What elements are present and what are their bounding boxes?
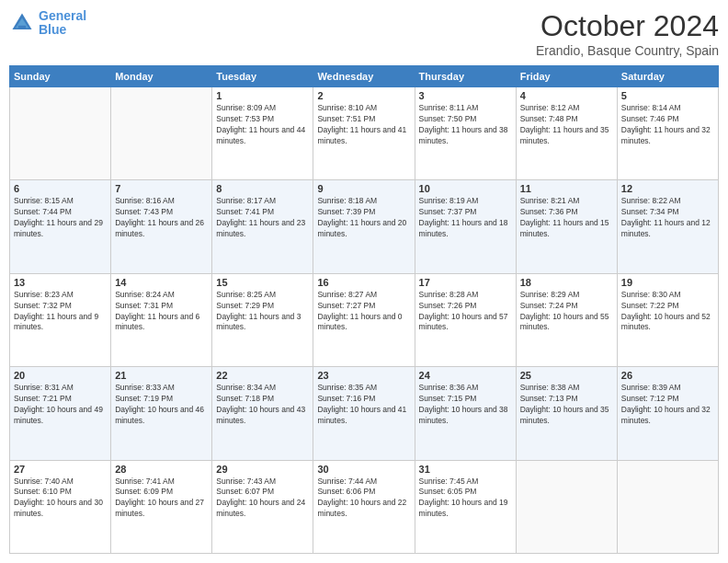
day-number: 13 [14, 277, 107, 288]
day-number: 31 [419, 464, 512, 475]
calendar-cell: 21Sunrise: 8:33 AMSunset: 7:19 PMDayligh… [111, 367, 212, 460]
day-info: Sunrise: 8:19 AMSunset: 7:37 PMDaylight:… [419, 196, 512, 240]
calendar-cell: 22Sunrise: 8:34 AMSunset: 7:18 PMDayligh… [212, 367, 313, 460]
day-number: 14 [115, 277, 208, 288]
day-info: Sunrise: 8:12 AMSunset: 7:48 PMDaylight:… [520, 103, 613, 147]
calendar-cell: 5Sunrise: 8:14 AMSunset: 7:46 PMDaylight… [617, 87, 718, 180]
day-number: 7 [115, 183, 208, 194]
location-title: Erandio, Basque Country, Spain [536, 43, 719, 58]
day-number: 8 [216, 183, 309, 194]
weekday-header-friday: Friday [516, 66, 617, 87]
calendar-cell: 24Sunrise: 8:36 AMSunset: 7:15 PMDayligh… [415, 367, 516, 460]
calendar-cell: 18Sunrise: 8:29 AMSunset: 7:24 PMDayligh… [516, 273, 617, 366]
day-number: 22 [216, 370, 309, 381]
day-number: 17 [419, 277, 512, 288]
calendar-cell: 8Sunrise: 8:17 AMSunset: 7:41 PMDaylight… [212, 180, 313, 273]
page: General Blue October 2024 Erandio, Basqu… [0, 0, 728, 563]
day-number: 11 [520, 183, 613, 194]
day-number: 12 [621, 183, 714, 194]
header: General Blue October 2024 Erandio, Basqu… [9, 9, 719, 58]
day-number: 3 [419, 90, 512, 101]
day-number: 9 [317, 183, 410, 194]
weekday-header-sunday: Sunday [10, 66, 111, 87]
day-number: 24 [419, 370, 512, 381]
logo-text: General Blue [39, 9, 86, 38]
day-info: Sunrise: 8:18 AMSunset: 7:39 PMDaylight:… [317, 196, 410, 240]
day-info: Sunrise: 7:45 AMSunset: 6:05 PMDaylight:… [419, 477, 512, 521]
calendar-cell: 4Sunrise: 8:12 AMSunset: 7:48 PMDaylight… [516, 87, 617, 180]
calendar-cell: 11Sunrise: 8:21 AMSunset: 7:36 PMDayligh… [516, 180, 617, 273]
title-area: October 2024 Erandio, Basque Country, Sp… [536, 9, 719, 58]
day-number: 19 [621, 277, 714, 288]
weekday-header-thursday: Thursday [415, 66, 516, 87]
calendar-cell: 13Sunrise: 8:23 AMSunset: 7:32 PMDayligh… [10, 273, 111, 366]
calendar-week-3: 13Sunrise: 8:23 AMSunset: 7:32 PMDayligh… [10, 273, 719, 366]
day-number: 27 [14, 464, 107, 475]
calendar-cell: 19Sunrise: 8:30 AMSunset: 7:22 PMDayligh… [617, 273, 718, 366]
calendar-cell: 3Sunrise: 8:11 AMSunset: 7:50 PMDaylight… [415, 87, 516, 180]
logo-line2: Blue [39, 22, 66, 37]
calendar-cell [111, 87, 212, 180]
calendar-cell [10, 87, 111, 180]
day-number: 10 [419, 183, 512, 194]
day-number: 30 [317, 464, 410, 475]
day-info: Sunrise: 8:34 AMSunset: 7:18 PMDaylight:… [216, 383, 309, 427]
day-info: Sunrise: 8:36 AMSunset: 7:15 PMDaylight:… [419, 383, 512, 427]
calendar-cell: 14Sunrise: 8:24 AMSunset: 7:31 PMDayligh… [111, 273, 212, 366]
day-info: Sunrise: 8:16 AMSunset: 7:43 PMDaylight:… [115, 196, 208, 240]
calendar-week-2: 6Sunrise: 8:15 AMSunset: 7:44 PMDaylight… [10, 180, 719, 273]
day-info: Sunrise: 8:29 AMSunset: 7:24 PMDaylight:… [520, 290, 613, 334]
day-info: Sunrise: 8:38 AMSunset: 7:13 PMDaylight:… [520, 383, 613, 427]
calendar-cell: 10Sunrise: 8:19 AMSunset: 7:37 PMDayligh… [415, 180, 516, 273]
calendar-cell: 26Sunrise: 8:39 AMSunset: 7:12 PMDayligh… [617, 367, 718, 460]
calendar-cell: 31Sunrise: 7:45 AMSunset: 6:05 PMDayligh… [415, 460, 516, 553]
calendar-cell: 17Sunrise: 8:28 AMSunset: 7:26 PMDayligh… [415, 273, 516, 366]
day-number: 26 [621, 370, 714, 381]
day-number: 25 [520, 370, 613, 381]
calendar-cell: 30Sunrise: 7:44 AMSunset: 6:06 PMDayligh… [313, 460, 415, 553]
day-info: Sunrise: 7:40 AMSunset: 6:10 PMDaylight:… [14, 477, 107, 521]
day-info: Sunrise: 7:41 AMSunset: 6:09 PMDaylight:… [115, 477, 208, 521]
day-info: Sunrise: 8:35 AMSunset: 7:16 PMDaylight:… [317, 383, 410, 427]
day-number: 2 [317, 90, 410, 101]
calendar-week-5: 27Sunrise: 7:40 AMSunset: 6:10 PMDayligh… [10, 460, 719, 553]
calendar-cell: 12Sunrise: 8:22 AMSunset: 7:34 PMDayligh… [617, 180, 718, 273]
day-info: Sunrise: 8:27 AMSunset: 7:27 PMDaylight:… [317, 290, 410, 334]
day-info: Sunrise: 8:09 AMSunset: 7:53 PMDaylight:… [216, 103, 309, 147]
day-info: Sunrise: 7:44 AMSunset: 6:06 PMDaylight:… [317, 477, 410, 521]
weekday-header-tuesday: Tuesday [212, 66, 313, 87]
calendar-cell: 25Sunrise: 8:38 AMSunset: 7:13 PMDayligh… [516, 367, 617, 460]
day-number: 21 [115, 370, 208, 381]
weekday-header-monday: Monday [111, 66, 212, 87]
day-info: Sunrise: 8:25 AMSunset: 7:29 PMDaylight:… [216, 290, 309, 334]
day-number: 5 [621, 90, 714, 101]
day-info: Sunrise: 8:28 AMSunset: 7:26 PMDaylight:… [419, 290, 512, 334]
day-info: Sunrise: 8:31 AMSunset: 7:21 PMDaylight:… [14, 383, 107, 427]
day-info: Sunrise: 7:43 AMSunset: 6:07 PMDaylight:… [216, 477, 309, 521]
calendar-cell: 6Sunrise: 8:15 AMSunset: 7:44 PMDaylight… [10, 180, 111, 273]
calendar-cell: 15Sunrise: 8:25 AMSunset: 7:29 PMDayligh… [212, 273, 313, 366]
day-info: Sunrise: 8:14 AMSunset: 7:46 PMDaylight:… [621, 103, 714, 147]
calendar-cell: 2Sunrise: 8:10 AMSunset: 7:51 PMDaylight… [313, 87, 415, 180]
calendar-cell: 9Sunrise: 8:18 AMSunset: 7:39 PMDaylight… [313, 180, 415, 273]
day-info: Sunrise: 8:11 AMSunset: 7:50 PMDaylight:… [419, 103, 512, 147]
day-info: Sunrise: 8:39 AMSunset: 7:12 PMDaylight:… [621, 383, 714, 427]
calendar-cell: 27Sunrise: 7:40 AMSunset: 6:10 PMDayligh… [10, 460, 111, 553]
calendar-cell: 16Sunrise: 8:27 AMSunset: 7:27 PMDayligh… [313, 273, 415, 366]
day-info: Sunrise: 8:15 AMSunset: 7:44 PMDaylight:… [14, 196, 107, 240]
day-info: Sunrise: 8:24 AMSunset: 7:31 PMDaylight:… [115, 290, 208, 334]
day-number: 4 [520, 90, 613, 101]
day-number: 18 [520, 277, 613, 288]
calendar-cell [617, 460, 718, 553]
day-info: Sunrise: 8:17 AMSunset: 7:41 PMDaylight:… [216, 196, 309, 240]
calendar-cell: 28Sunrise: 7:41 AMSunset: 6:09 PMDayligh… [111, 460, 212, 553]
calendar-week-4: 20Sunrise: 8:31 AMSunset: 7:21 PMDayligh… [10, 367, 719, 460]
calendar-week-1: 1Sunrise: 8:09 AMSunset: 7:53 PMDaylight… [10, 87, 719, 180]
day-number: 15 [216, 277, 309, 288]
day-number: 1 [216, 90, 309, 101]
calendar-cell [516, 460, 617, 553]
calendar-table: SundayMondayTuesdayWednesdayThursdayFrid… [9, 65, 719, 554]
weekday-header-saturday: Saturday [617, 66, 718, 87]
day-info: Sunrise: 8:22 AMSunset: 7:34 PMDaylight:… [621, 196, 714, 240]
calendar-cell: 1Sunrise: 8:09 AMSunset: 7:53 PMDaylight… [212, 87, 313, 180]
